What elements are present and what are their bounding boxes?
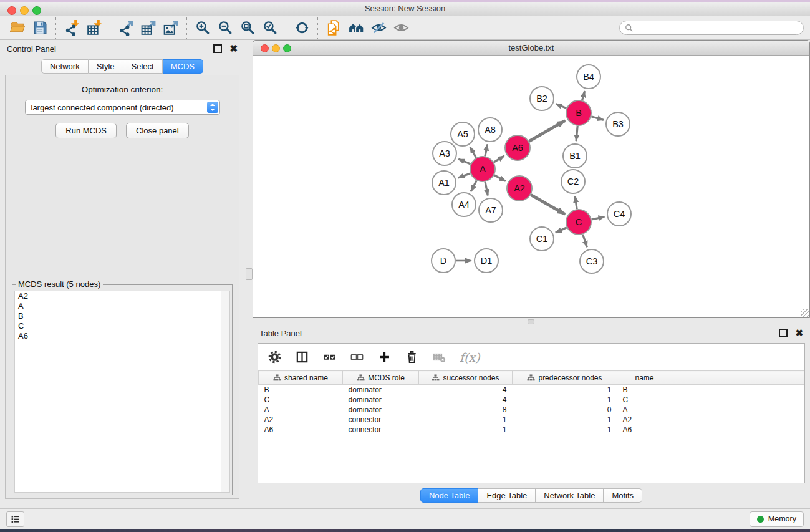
column-header-mcds-role[interactable]: MCDS role [343,371,419,385]
mcds-result-item[interactable]: A [15,301,229,311]
show-graphics-details-eye-icon[interactable] [390,17,412,39]
open-folder-icon[interactable] [6,17,29,39]
table-cell[interactable]: 0 [513,405,617,415]
split-columns-icon[interactable] [295,350,309,364]
tab-motifs[interactable]: Motifs [604,488,642,503]
graph-edge-C-C4[interactable] [592,217,605,220]
table-row[interactable]: Bdominator41B [259,385,804,395]
graph-edge-A-A4[interactable] [471,181,476,191]
houses-icon[interactable] [345,17,367,39]
graph-edge-B-B3[interactable] [591,117,604,120]
zoom-selected-icon[interactable] [259,17,281,39]
document-network-icon[interactable] [322,17,345,39]
table-cell[interactable]: dominator [343,395,419,405]
graph-edge-A2-C[interactable] [531,195,565,214]
table-cell[interactable]: 1 [513,395,617,405]
graph-edge-A-A3[interactable] [458,159,470,164]
hide-graphics-details-eye-icon[interactable] [367,17,390,39]
mcds-result-item[interactable]: A6 [15,331,229,341]
splitter-handle[interactable] [246,268,253,280]
column-header-shared-name[interactable]: shared name [259,371,343,385]
graph-edge-A-A6[interactable] [494,156,504,162]
graph-edge-A-A1[interactable] [458,173,471,178]
table-cell[interactable]: A6 [617,425,672,435]
table-row[interactable]: A6connector11A6 [259,425,804,435]
mcds-result-item[interactable]: C [15,321,229,331]
table-row[interactable]: Adominator80A [259,405,804,415]
memory-button[interactable]: Memory [750,511,804,527]
export-network-icon[interactable] [115,17,137,39]
unchecked-checkboxes-icon[interactable] [350,350,364,364]
table-cell[interactable]: 1 [513,415,617,425]
zoom-fit-icon[interactable] [236,17,259,39]
column-header-successor-nodes[interactable]: successor nodes [419,371,513,385]
table-cell[interactable]: A2 [617,415,672,425]
table-row[interactable]: A2connector11A2 [259,415,804,425]
graph-edge-A-A7[interactable] [485,182,488,196]
table-row[interactable]: Cdominator41C [259,395,804,405]
tab-node-table[interactable]: Node Table [420,488,479,503]
table-cell[interactable]: A2 [259,415,343,425]
table-cell[interactable]: connector [343,415,419,425]
checked-checkboxes-icon[interactable] [322,350,337,364]
table-cell[interactable]: B [617,385,672,395]
table-cell[interactable]: C [259,395,343,405]
mcds-result-list[interactable]: A2ABCA6 [14,291,230,493]
export-table-icon[interactable] [137,17,160,39]
table-cell[interactable]: 4 [419,395,513,405]
task-history-button[interactable] [6,511,24,527]
table-cell[interactable]: 1 [513,385,617,395]
table-cell[interactable]: A6 [259,425,343,435]
tab-select[interactable]: Select [123,59,163,74]
network-minimize-button[interactable] [272,44,280,52]
tab-edge-table[interactable]: Edge Table [478,488,536,503]
zoom-in-icon[interactable] [191,17,214,39]
tab-network[interactable]: Network [41,59,89,74]
table-cell[interactable]: A [617,405,672,415]
tab-mcds[interactable]: MCDS [163,59,203,74]
tab-network-table[interactable]: Network Table [536,488,604,503]
column-header-predecessor-nodes[interactable]: predecessor nodes [513,371,617,385]
table-cell[interactable]: 4 [419,385,513,395]
close-panel-button[interactable]: Close panel [126,123,189,138]
graph-edge-C-C1[interactable] [556,228,567,233]
graph-edge-C-C2[interactable] [575,196,577,209]
graph-edge-B-B4[interactable] [582,91,585,100]
resize-grip-icon[interactable] [801,309,809,317]
graph-edge-A-A8[interactable] [485,145,488,157]
table-cell[interactable]: C [617,395,672,405]
graph-edge-A6-B[interactable] [529,120,565,141]
mcds-result-item[interactable]: A2 [15,291,229,301]
run-mcds-button[interactable]: Run MCDS [55,123,117,138]
result-list-scrollbar[interactable] [221,291,229,492]
table-cell[interactable]: B [259,385,343,395]
float-table-panel-icon[interactable] [779,329,788,337]
search-input[interactable] [637,22,798,33]
table-cell[interactable]: dominator [343,405,419,415]
graph-edge-B-B1[interactable] [576,126,577,141]
delete-table-icon[interactable] [432,350,446,364]
import-network-icon[interactable] [60,17,83,39]
settings-gear-icon[interactable] [268,350,282,364]
close-table-panel-icon[interactable]: ✖ [795,330,803,336]
import-table-icon[interactable] [83,17,105,39]
splitter-handle[interactable] [528,319,534,324]
graph-edge-B-B2[interactable] [556,104,566,109]
export-image-icon[interactable] [160,17,182,39]
save-icon[interactable] [29,17,51,39]
close-panel-icon[interactable]: ✖ [229,46,238,52]
table-cell[interactable]: 1 [419,425,513,435]
network-zoom-button[interactable] [283,44,291,52]
refresh-icon[interactable] [291,17,313,39]
network-close-button[interactable] [261,44,269,52]
tab-style[interactable]: Style [89,59,123,74]
table-cell[interactable]: dominator [343,385,419,395]
column-header-name[interactable]: name [617,371,672,385]
vertical-splitter[interactable] [244,40,253,508]
float-panel-icon[interactable] [213,44,222,53]
search-box[interactable] [619,21,804,35]
function-builder-fx-icon[interactable]: f(x) [460,351,480,364]
criterion-dropdown[interactable]: largest connected component (directed) [25,100,220,115]
table-cell[interactable]: connector [343,425,419,435]
delete-column-trash-icon[interactable] [405,350,419,364]
